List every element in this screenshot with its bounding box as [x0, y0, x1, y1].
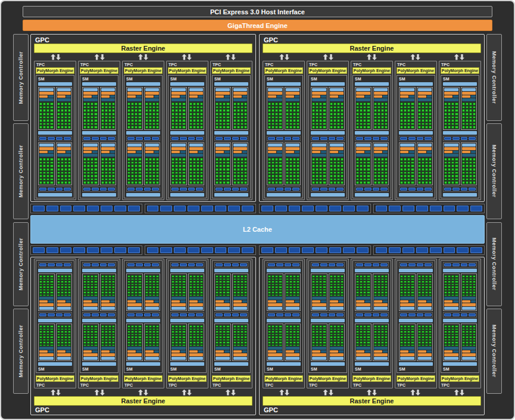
cuda-core-cell [400, 339, 403, 341]
cuda-core-cell [381, 286, 384, 288]
cuda-core-cell [57, 331, 60, 333]
cuda-core-cell [171, 119, 174, 122]
dispatch-unit-bar [136, 95, 141, 98]
cuda-core-cell [87, 339, 90, 341]
cuda-core-cell [233, 168, 236, 171]
cuda-core-cell [337, 325, 340, 328]
cuda-core-cell [385, 175, 388, 178]
dispatch-units-row [145, 151, 160, 153]
arrow-pair [34, 53, 77, 61]
cuda-core-cell [200, 161, 203, 164]
dispatch-unit-bar [268, 151, 276, 153]
cuda-core-cell [179, 331, 182, 333]
cuda-core-cell [400, 344, 403, 347]
cuda-core-cell [138, 291, 141, 294]
cuda-core-cell [323, 344, 326, 347]
dispatch-units-row [268, 350, 282, 353]
sm-subblock [100, 142, 117, 185]
cuda-core-cell [400, 331, 403, 333]
cuda-core-cell [108, 116, 111, 119]
cuda-core-grid [312, 275, 326, 296]
rop-segment [101, 247, 113, 253]
cuda-core-cell [381, 172, 384, 175]
cuda-core-cell [193, 113, 196, 116]
memory-controller-block-left-4: Memory Controller [13, 309, 29, 394]
cuda-core-cell [127, 278, 130, 281]
cuda-core-cell [244, 158, 247, 161]
cuda-core-cell [444, 181, 447, 184]
cuda-core-cell [46, 291, 49, 294]
cuda-core-cell [149, 289, 152, 291]
cuda-core-cell [57, 116, 60, 119]
cuda-core-cell [337, 113, 340, 116]
cuda-core-cell [223, 123, 226, 126]
instruction-buffer-bar [83, 88, 98, 91]
cuda-core-cell [179, 294, 182, 297]
cuda-core-cell [296, 289, 299, 291]
cuda-core-cell [171, 336, 174, 338]
cuda-core-cell [189, 284, 192, 286]
cuda-core-cell [341, 275, 344, 278]
shared-memory-bar [443, 193, 477, 197]
sm-partition-pair [126, 273, 160, 311]
cuda-core-cell [312, 109, 315, 112]
cuda-core-cell [429, 341, 432, 344]
cuda-core-cell [105, 175, 108, 178]
cuda-core-cell [418, 161, 421, 164]
cuda-core-cell [323, 328, 326, 331]
sm-subblock [214, 87, 231, 130]
cuda-core-cell [149, 294, 152, 297]
cuda-core-cell [145, 164, 148, 167]
arrow-pair [438, 388, 481, 396]
cuda-core-cell [312, 106, 315, 109]
dispatch-unit-bar [224, 300, 229, 303]
cuda-core-cell [182, 178, 185, 181]
cuda-core-cell [149, 175, 152, 178]
cuda-core-cell [90, 102, 93, 105]
cuda-core-cell [356, 289, 359, 291]
cuda-core-cell [193, 294, 196, 297]
dispatch-unit-bar [374, 300, 382, 303]
cuda-core-grid [189, 325, 204, 346]
cuda-core-cell [279, 284, 282, 286]
instruction-buffer-bar [57, 307, 71, 310]
cuda-core-cell [451, 278, 454, 281]
cuda-core-cell [112, 109, 115, 112]
cuda-core-cell [219, 181, 222, 184]
cuda-core-cell [268, 286, 271, 288]
sm-label: SM [214, 76, 249, 82]
dispatch-unit-bar [462, 151, 470, 153]
cuda-core-cell [466, 278, 469, 281]
cuda-core-cell [462, 328, 465, 331]
cuda-core-cell [90, 339, 93, 341]
rop-segment [376, 206, 388, 211]
cuda-core-cell [279, 158, 282, 161]
dispatch-unit-bar [216, 350, 224, 353]
cuda-core-cell [87, 284, 90, 286]
cuda-core-cell [279, 175, 282, 178]
cuda-core-cell [182, 172, 185, 175]
dispatch-unit-bar [383, 151, 388, 153]
sm-subblock [461, 87, 477, 130]
cuda-core-cell [241, 328, 244, 331]
rop-segment [316, 206, 327, 211]
cuda-core-cell [135, 278, 138, 281]
cuda-core-cell [39, 172, 42, 175]
cuda-core-cell [94, 168, 97, 171]
cuda-core-cell [312, 175, 315, 178]
sm-block: SM [308, 75, 347, 198]
cuda-core-cell [451, 334, 454, 336]
texture-unit-segment [108, 188, 115, 191]
texture-unit-segment [336, 188, 344, 191]
cuda-core-cell [156, 106, 159, 109]
cuda-core-cell [425, 339, 428, 341]
cuda-core-cell [377, 334, 380, 336]
cuda-core-cell [289, 331, 292, 333]
rop-group [30, 245, 142, 255]
cuda-core-cell [219, 161, 222, 164]
rop-segment [470, 206, 482, 211]
cuda-core-cell [469, 102, 472, 105]
cuda-core-cell [61, 339, 64, 341]
cuda-core-grid [57, 275, 71, 296]
cuda-core-cell [112, 278, 115, 281]
